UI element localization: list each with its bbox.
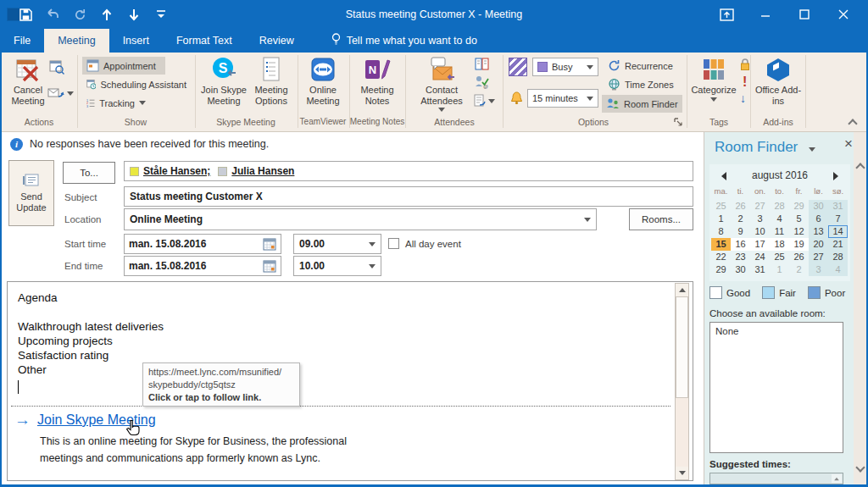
calendar-day[interactable]: 29 [711,263,731,276]
calendar-day[interactable]: 30 [731,263,750,276]
high-importance-icon[interactable]: ! [743,75,747,90]
recipient-name[interactable]: Ståle Hansen; [143,165,210,177]
calendar-day[interactable]: 26 [731,200,750,213]
calendar-day[interactable]: 17 [750,238,770,251]
redo-icon[interactable] [71,5,88,24]
time-zones-button[interactable]: Time Zones [604,75,678,93]
calendar-day[interactable]: 24 [750,251,770,263]
end-time-combo[interactable]: 10.00 [293,256,381,276]
calendar-day[interactable]: 1 [770,263,789,276]
scroll-up-icon[interactable] [676,284,688,296]
room-list-item[interactable]: None [715,326,837,336]
meeting-options-button[interactable]: Meeting Options [248,55,294,116]
tab-file[interactable]: File [0,29,44,53]
response-options-button[interactable] [473,94,495,108]
calendar-day[interactable]: 1 [711,213,731,225]
tab-review[interactable]: Review [246,29,308,53]
suggested-times-list[interactable] [709,473,843,484]
calendar-day[interactable]: 6 [809,213,828,225]
ribbon-display-options-icon[interactable] [707,0,746,29]
check-names-icon[interactable]: @ [475,75,489,89]
calendar-day[interactable]: 26 [789,251,809,263]
save-icon[interactable] [17,5,34,24]
scrollbar-thumb[interactable] [676,296,688,398]
low-importance-icon[interactable]: ↓ [740,91,746,105]
recipient-name[interactable]: Julia Hansen [231,165,294,177]
appointment-button[interactable]: Appointment [82,57,165,75]
calendar-day[interactable]: 3 [809,263,828,276]
recurrence-button[interactable]: Recurrence [604,57,677,75]
collapse-ribbon-icon[interactable] [848,119,857,128]
contact-attendees-button[interactable]: Contact Attendees [414,55,470,116]
calendar-day[interactable]: 14 [828,225,848,238]
rooms-button[interactable]: Rooms... [629,208,693,230]
calendar-day[interactable]: 7 [828,213,848,225]
message-body[interactable]: Agenda Walkthrough latest deliveriesUpco… [7,281,693,481]
send-update-button[interactable]: Send Update [8,160,54,226]
calendar-day[interactable]: 27 [809,251,828,263]
available-rooms-list[interactable]: None [709,322,843,453]
join-skype-meeting-button[interactable]: S Join Skype Meeting [200,55,248,116]
calendar-day[interactable]: 2 [789,263,809,276]
address-book-icon[interactable] [475,58,489,70]
suggested-scroll-up-icon[interactable] [832,474,842,483]
calendar-day[interactable]: 31 [750,263,770,276]
maximize-icon[interactable] [785,0,824,29]
tab-meeting[interactable]: Meeting [44,29,108,53]
move-up-icon[interactable] [98,5,115,24]
office-add-ins-button[interactable]: Office Add-ins [754,55,802,116]
body-scrollbar[interactable] [675,283,689,480]
calendar-day[interactable]: 16 [731,238,750,251]
tracking-button[interactable]: 123 Tracking [82,94,150,112]
date-picker-icon[interactable] [263,260,276,273]
calendar-day[interactable]: 29 [789,200,809,213]
reminder-combo[interactable]: 15 minutes [527,89,598,108]
calendar-day[interactable]: 3 [750,213,770,225]
to-field[interactable]: Ståle Hansen;Julia Hansen [124,161,693,181]
cancel-meeting-button[interactable]: Cancel Meeting [7,55,49,116]
calendar-day[interactable]: 10 [750,225,770,238]
calendar-day[interactable]: 21 [828,238,848,251]
to-button[interactable]: To... [63,162,115,184]
tab-insert[interactable]: Insert [109,29,163,53]
calendar-day[interactable]: 31 [828,200,848,213]
calendar-day[interactable]: 11 [770,225,789,238]
private-lock-icon[interactable] [739,58,751,71]
start-date-field[interactable]: man. 15.08.2016 [124,234,281,254]
calendar-day[interactable]: 22 [711,251,731,263]
customize-quick-access-icon[interactable] [153,5,170,24]
calendar-day[interactable]: 25 [770,251,789,263]
show-as-combo[interactable]: Busy [532,58,598,76]
calendar-day[interactable]: 5 [789,213,809,225]
calendar-day[interactable]: 9 [731,225,750,238]
calendar-day[interactable]: 27 [750,200,770,213]
options-dialog-launcher-icon[interactable] [674,118,682,126]
categorize-button[interactable]: Categorize [690,55,737,116]
calendar-day[interactable]: 8 [711,225,731,238]
calendar-day[interactable]: 28 [828,251,848,263]
tell-me-box[interactable]: Tell me what you want to do [320,29,489,53]
undo-icon[interactable] [44,5,61,24]
all-day-checkbox[interactable] [388,238,399,249]
room-finder-menu-icon[interactable] [809,147,815,152]
calendar-day[interactable]: 12 [789,225,809,238]
next-month-icon[interactable] [833,172,838,180]
close-icon[interactable] [824,0,863,29]
calendar-day[interactable]: 25 [711,200,731,213]
room-finder-button[interactable]: Room Finder [602,95,682,113]
calendar-day[interactable]: 19 [789,238,809,251]
calendar-details-icon[interactable] [49,59,64,75]
online-meeting-button[interactable]: Online Meeting [299,55,347,116]
subject-field[interactable]: Status meeting Customer X [124,186,693,207]
calendar-day[interactable]: 15 [711,238,731,251]
start-time-combo[interactable]: 09.00 [293,234,381,254]
calendar-day[interactable]: 2 [731,213,750,225]
move-down-icon[interactable] [125,5,142,24]
calendar-day[interactable]: 23 [731,251,750,263]
calendar-day[interactable]: 4 [828,263,848,276]
panel-scroll-down-icon[interactable] [855,462,865,472]
calendar-day[interactable]: 30 [809,200,828,213]
calendar-day[interactable]: 28 [770,200,789,213]
date-picker-icon[interactable] [263,238,276,251]
respond-button[interactable] [47,86,74,100]
